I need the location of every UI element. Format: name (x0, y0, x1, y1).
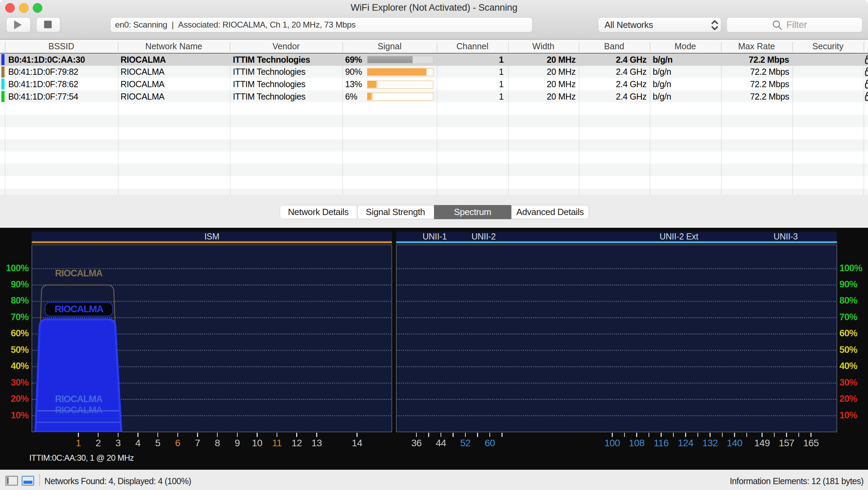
svg-text:RIOCALMA: RIOCALMA (55, 394, 103, 404)
svg-text:RIOCALMA: RIOCALMA (55, 268, 103, 278)
svg-text:RIOCALMA: RIOCALMA (55, 303, 104, 314)
svg-text:RIOCALMA: RIOCALMA (55, 405, 103, 415)
